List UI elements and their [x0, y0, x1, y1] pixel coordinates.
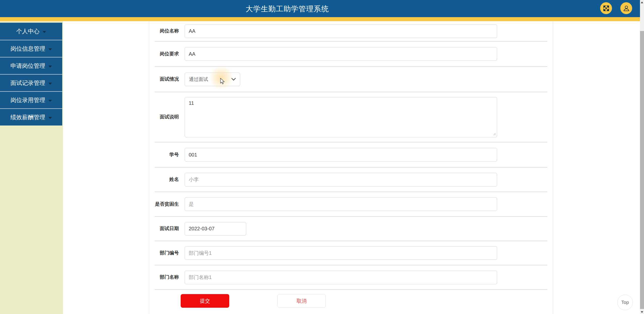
fullscreen-icon — [603, 5, 609, 12]
form-row-department-name: 部门名称 — [155, 265, 547, 290]
form-row-interview-status: 面试情况 通过面试 — [155, 67, 547, 92]
back-to-top-button[interactable]: Top — [617, 295, 633, 310]
student-id-input[interactable] — [185, 148, 497, 162]
textarea-wrap: 11 — [185, 97, 497, 137]
poor-student-input[interactable] — [185, 197, 497, 211]
form-row-interview-date: 面试日期 — [155, 217, 547, 241]
position-name-input[interactable] — [185, 24, 497, 38]
scrollbar-thumb[interactable] — [640, 31, 644, 309]
sidebar-item-label: 申请岗位管理 — [11, 62, 45, 70]
chevron-down-icon — [43, 31, 46, 33]
sidebar-item-label: 岗位信息管理 — [11, 45, 45, 53]
form-row-interview-description: 面试说明 11 — [155, 92, 547, 142]
scrollbar-up-arrow-icon[interactable] — [641, 2, 643, 3]
field-label: 岗位要求 — [155, 51, 179, 57]
cancel-button[interactable]: 取消 — [277, 294, 326, 308]
form-actions-row: 提交 取消 — [155, 290, 547, 308]
form-row-position-name: 岗位名称 — [155, 21, 547, 42]
chevron-down-icon — [48, 117, 52, 119]
form-row-student-id: 学号 — [155, 142, 547, 168]
sidebar-item-label: 绩效薪酬管理 — [11, 113, 45, 121]
field-label: 姓名 — [155, 177, 179, 182]
position-requirement-input[interactable] — [185, 47, 497, 61]
scrollbar[interactable] — [640, 0, 644, 314]
user-button[interactable] — [620, 2, 632, 14]
interview-status-select[interactable]: 通过面试 — [185, 73, 240, 86]
field-label: 岗位名称 — [155, 28, 179, 34]
department-name-input[interactable] — [185, 271, 497, 284]
chevron-down-icon — [48, 100, 52, 102]
form-row-name: 姓名 — [155, 168, 547, 192]
sidebar-item-interview-records[interactable]: 面试记录管理 — [0, 74, 62, 91]
chevron-down-icon — [48, 83, 52, 85]
selected-option-label: 通过面试 — [189, 76, 231, 83]
form-row-department-number: 部门编号 — [155, 241, 547, 265]
field-label: 面试说明 — [155, 114, 179, 120]
interview-date-input[interactable] — [185, 222, 246, 236]
field-label: 学号 — [155, 152, 179, 158]
page-title: 大学生勤工助学管理系统 — [0, 0, 574, 18]
field-label: 面试日期 — [155, 226, 179, 232]
app-header: 大学生勤工助学管理系统 — [0, 0, 640, 17]
fullscreen-button[interactable] — [600, 2, 612, 14]
interview-description-textarea[interactable]: 11 — [185, 97, 497, 137]
page: 大学生勤工助学管理系统 个人中心 岗位信息管理 — [0, 0, 644, 314]
chevron-down-icon — [48, 48, 52, 50]
form-row-position-requirement: 岗位要求 — [155, 42, 547, 67]
sidebar-item-label: 岗位录用管理 — [11, 96, 45, 104]
sidebar-item-performance-salary[interactable]: 绩效薪酬管理 — [0, 108, 62, 125]
field-label: 面试情况 — [155, 76, 179, 82]
sidebar-item-personal-center[interactable]: 个人中心 — [0, 23, 62, 40]
sidebar-item-position-hiring[interactable]: 岗位录用管理 — [0, 91, 62, 108]
form-panel: 岗位名称 岗位要求 面试情况 通过面试 面试说明 11 — [149, 21, 553, 314]
sidebar-item-position-info[interactable]: 岗位信息管理 — [0, 40, 62, 57]
header-accent-bar — [0, 17, 640, 21]
user-icon — [623, 5, 630, 12]
field-label: 部门名称 — [155, 274, 179, 280]
sidebar-item-position-apply[interactable]: 申请岗位管理 — [0, 57, 62, 74]
field-label: 是否贫困生 — [155, 201, 179, 207]
field-label: 部门编号 — [155, 250, 179, 256]
resize-handle-icon[interactable] — [493, 133, 496, 136]
sidebar: 个人中心 岗位信息管理 申请岗位管理 面试记录管理 岗位录用管理 绩效薪酬管理 — [0, 21, 63, 314]
form-row-poor-student: 是否贫困生 — [155, 192, 547, 217]
chevron-down-icon — [231, 78, 236, 81]
scrollbar-down-arrow-icon[interactable] — [641, 311, 643, 313]
submit-button[interactable]: 提交 — [181, 294, 229, 308]
chevron-down-icon — [48, 66, 52, 68]
sidebar-item-label: 面试记录管理 — [11, 79, 45, 87]
sidebar-item-label: 个人中心 — [16, 27, 40, 35]
name-input[interactable] — [185, 173, 497, 186]
department-number-input[interactable] — [185, 246, 497, 260]
